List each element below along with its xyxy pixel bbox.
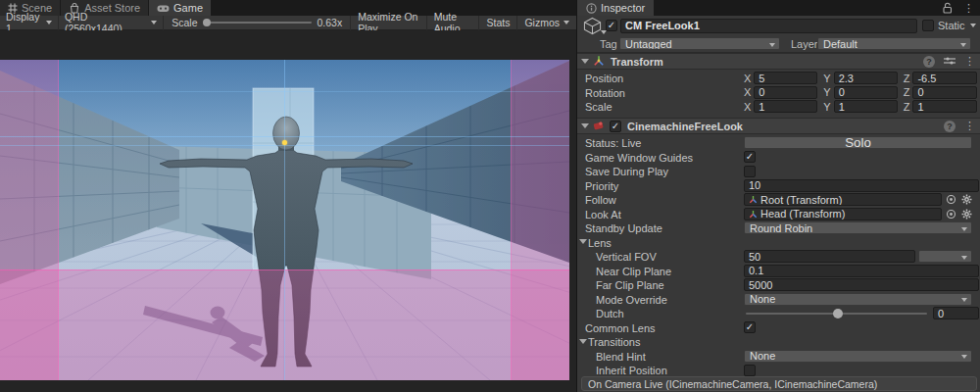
axis-z-label: Z xyxy=(904,101,910,113)
scale-label: Scale xyxy=(172,17,197,28)
tag-dropdown[interactable]: Untagged xyxy=(619,37,780,50)
stats-button[interactable]: Stats xyxy=(478,16,516,30)
follow-label: Follow xyxy=(585,194,616,206)
chevron-down-icon xyxy=(961,227,967,231)
help-icon[interactable]: ? xyxy=(923,56,935,68)
priority-label: Priority xyxy=(585,180,618,192)
vertical-fov-field[interactable]: 50 xyxy=(744,250,915,263)
axis-y-label: Y xyxy=(823,101,830,113)
gameobject-name-field[interactable]: CM FreeLook1 xyxy=(620,19,917,33)
fov-preset-dropdown[interactable] xyxy=(918,250,972,263)
inherit-position-label: Inherit Position xyxy=(596,365,667,376)
resolution-dropdown[interactable]: QHD (2560x1440) xyxy=(59,16,164,30)
cinemachine-freelook-header[interactable]: ✓ CinemachineFreeLook ? ⋮ xyxy=(577,118,980,134)
inspector-panel: Inspector ⋮ ✓ CM FreeLook1 Static Tag Un… xyxy=(576,0,980,392)
blend-hint-dropdown[interactable]: None xyxy=(744,350,972,363)
game-viewport-letterbox xyxy=(0,30,576,392)
follow-object-field[interactable]: Root (Transform) xyxy=(744,193,942,206)
layer-value: Default xyxy=(823,38,858,50)
guide-center-line xyxy=(284,60,285,380)
gizmos-dropdown[interactable]: Gizmos xyxy=(516,16,576,30)
component-enabled-checkbox[interactable]: ✓ xyxy=(610,121,621,132)
help-icon[interactable]: ? xyxy=(944,121,956,132)
common-lens-checkbox[interactable]: ✓ xyxy=(744,321,756,333)
object-picker-icon[interactable] xyxy=(946,209,956,220)
scale-x-field[interactable]: 1 xyxy=(754,100,817,113)
axis-y-label: Y xyxy=(823,73,830,84)
solo-button[interactable]: Solo xyxy=(744,136,972,149)
rotation-y-field[interactable]: 0 xyxy=(834,86,898,99)
lock-button[interactable] xyxy=(937,2,957,14)
dutch-row: Dutch 0 xyxy=(577,307,980,321)
gameobject-active-checkbox[interactable]: ✓ xyxy=(606,20,617,31)
static-label: Static xyxy=(938,20,965,31)
component-menu-icon[interactable]: ⋮ xyxy=(964,120,975,132)
axis-y-label: Y xyxy=(823,86,830,98)
tab-game[interactable]: Game xyxy=(149,0,211,16)
position-y-field[interactable]: 2.3 xyxy=(834,72,898,84)
rotation-x-field[interactable]: 0 xyxy=(754,86,817,99)
display-dropdown[interactable]: Display 1 xyxy=(0,16,59,30)
tab-inspector[interactable]: Inspector xyxy=(577,0,654,16)
position-z-field[interactable]: -6.5 xyxy=(912,72,977,84)
static-flags-caret[interactable] xyxy=(970,24,976,27)
presets-icon[interactable] xyxy=(944,56,956,68)
scale-slider-thumb[interactable] xyxy=(203,19,211,26)
near-clip-field[interactable]: 0.1 xyxy=(744,265,979,277)
far-clip-field[interactable]: 5000 xyxy=(744,278,979,291)
foldout-arrow-icon[interactable] xyxy=(579,339,587,344)
gear-icon[interactable] xyxy=(961,194,972,205)
unity-editor: Scene Asset Store Game Display 1 QHD (25… xyxy=(0,0,980,392)
dutch-slider-thumb[interactable] xyxy=(833,309,843,318)
gameobject-cube-icon[interactable] xyxy=(582,17,603,37)
foldout-arrow-icon[interactable] xyxy=(579,239,587,244)
position-x-field[interactable]: 5 xyxy=(754,72,817,84)
inherit-position-checkbox[interactable] xyxy=(744,365,756,376)
scale-z-field[interactable]: 1 xyxy=(912,100,977,113)
game-window-guides-checkbox[interactable]: ✓ xyxy=(744,151,756,163)
mode-override-row: Mode Override None xyxy=(577,292,980,307)
scale-control: Scale 0.63x xyxy=(164,17,350,28)
inspector-menu-button[interactable]: ⋮ xyxy=(957,2,980,15)
transitions-foldout-row[interactable]: Transitions xyxy=(577,335,980,350)
chevron-down-icon xyxy=(46,21,52,24)
layer-dropdown[interactable]: Default xyxy=(817,37,971,50)
axis-x-label: X xyxy=(744,86,751,98)
standby-update-dropdown[interactable]: Round Robin xyxy=(744,221,972,234)
vertical-fov-label: Vertical FOV xyxy=(596,251,657,263)
save-during-play-checkbox[interactable] xyxy=(744,166,756,177)
axis-x-label: X xyxy=(744,73,751,84)
mode-override-dropdown[interactable]: None xyxy=(744,293,972,306)
maximize-on-play-button[interactable]: Maximize On Play xyxy=(350,16,425,30)
component-menu-icon[interactable]: ⋮ xyxy=(964,55,975,68)
object-picker-icon[interactable] xyxy=(946,194,956,205)
dutch-label: Dutch xyxy=(596,308,624,319)
game-toolbar-right: Maximize On Play Mute Audio Stats Gizmos xyxy=(350,16,576,30)
tag-layer-row: Tag Untagged Layer Default xyxy=(577,36,980,51)
dutch-slider[interactable] xyxy=(746,313,927,315)
mute-audio-button[interactable]: Mute Audio xyxy=(426,16,479,30)
scale-label: Scale xyxy=(585,101,612,113)
dutch-field[interactable]: 0 xyxy=(933,307,979,319)
follow-row: Follow Root (Transform) xyxy=(577,193,980,208)
foldout-arrow-icon[interactable] xyxy=(581,123,589,128)
scale-y-field[interactable]: 1 xyxy=(834,100,898,113)
foldout-arrow-icon[interactable] xyxy=(581,59,589,64)
blend-hint-value: None xyxy=(750,350,775,362)
gameobject-name: CM FreeLook1 xyxy=(625,20,700,31)
game-viewport[interactable] xyxy=(0,60,569,380)
transform-header[interactable]: Transform ? ⋮ xyxy=(577,53,980,70)
unlock-icon xyxy=(942,2,953,14)
gear-icon[interactable] xyxy=(961,209,972,220)
scale-row: Scale X1 Y1 Z1 xyxy=(577,100,980,115)
look-at-label: Look At xyxy=(585,209,621,220)
game-toolbar: Display 1 QHD (2560x1440) Scale 0.63x Ma… xyxy=(0,16,576,30)
blend-hint-row: Blend Hint None xyxy=(577,349,980,364)
static-checkbox[interactable] xyxy=(922,20,934,31)
priority-field[interactable]: 10 xyxy=(744,179,979,192)
inspector-info-icon xyxy=(586,3,597,14)
lens-foldout-row[interactable]: Lens xyxy=(577,235,980,250)
look-at-object-field[interactable]: Head (Transform) xyxy=(744,208,942,220)
scale-slider[interactable] xyxy=(204,22,312,24)
rotation-z-field[interactable]: 0 xyxy=(912,86,977,99)
